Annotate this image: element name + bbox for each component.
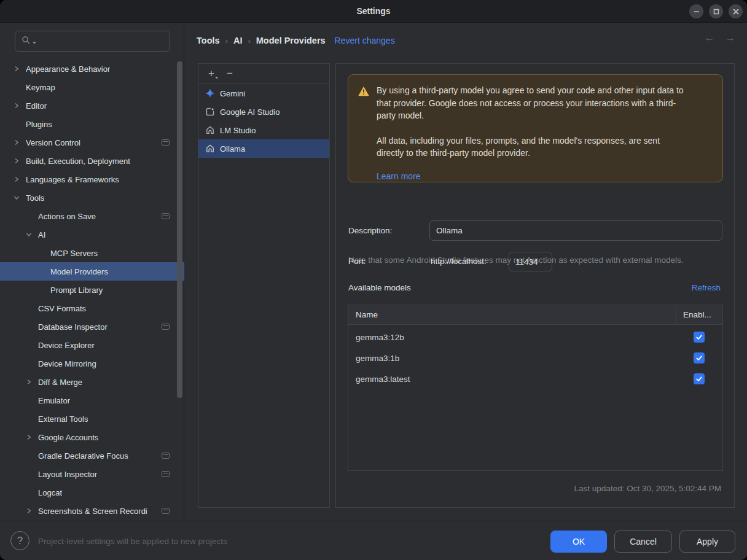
chevron-right-icon[interactable] [26,434,38,440]
models-table: Name Enabl... gemma3:12b gemma3:1b gemma… [348,305,723,471]
search-input[interactable] [38,36,170,47]
breadcrumb-model-providers[interactable]: Model Providers [256,36,326,45]
sidebar-item-layout-inspector[interactable]: Layout Inspector [0,465,184,483]
chevron-right-icon[interactable] [14,158,26,164]
breadcrumb-ai[interactable]: AI [233,36,243,45]
project-settings-badge-icon [162,139,170,146]
settings-window: Settings Appearance & Behavior Keymap Ed… [0,0,747,560]
project-settings-badge-icon [162,471,170,477]
search-field[interactable] [15,31,170,52]
home-icon [205,144,215,154]
sidebar-item-version-control[interactable]: Version Control [0,133,184,152]
table-row[interactable]: gemma3:12b [348,327,722,348]
remove-provider-button[interactable]: − [221,66,239,82]
third-party-warning-banner: By using a third-party model you agree t… [348,74,723,182]
sidebar-item-actions-on-save[interactable]: Actions on Save [0,207,184,225]
description-input[interactable] [429,220,722,241]
chevron-right-icon[interactable] [26,379,38,385]
table-row[interactable]: gemma3:latest [348,368,722,389]
sidebar-item-external-tools[interactable]: External Tools [0,410,184,428]
sidebar-item-logcat[interactable]: Logcat [0,483,184,502]
provider-item-ollama[interactable]: Ollama [198,139,329,158]
warning-icon [358,86,369,182]
project-settings-badge-icon [162,213,170,219]
provider-item-gemini[interactable]: Gemini [198,84,329,103]
sidebar-item-languages-frameworks[interactable]: Languages & Frameworks [0,170,184,189]
add-provider-button[interactable]: + [202,66,221,82]
sidebar-item-editor[interactable]: Editor [0,96,184,115]
ai-studio-icon [205,107,215,117]
model-name: gemma3:1b [348,354,676,363]
provider-item-google-ai-studio[interactable]: Google AI Studio [198,103,329,121]
close-button[interactable] [729,4,743,18]
apply-button[interactable]: Apply [679,531,735,553]
model-enabled-checkbox[interactable] [694,332,705,343]
chevron-right-icon[interactable] [26,508,38,514]
sidebar-item-ai[interactable]: AI [0,225,184,244]
sidebar-item-emulator[interactable]: Emulator [0,391,184,410]
sidebar-item-plugins[interactable]: Plugins [0,115,184,133]
project-settings-badge-icon [162,324,170,330]
search-options-caret-icon[interactable] [33,42,36,44]
ok-button[interactable]: OK [550,531,607,553]
model-enabled-checkbox[interactable] [694,352,705,364]
chevron-right-icon[interactable] [14,103,26,109]
learn-more-link[interactable]: Learn more [377,170,421,183]
cancel-button[interactable]: Cancel [614,531,672,553]
models-table-header: Name Enabl... [348,305,722,325]
column-header-enabled[interactable]: Enabl... [676,305,722,324]
breadcrumb: Tools › AI › Model Providers Revert chan… [197,23,395,58]
sidebar-scrollbar[interactable] [177,61,182,398]
forward-arrow-icon[interactable]: → [725,32,736,44]
footer-hint: Project-level settings will be applied t… [38,521,227,560]
last-updated-text: Last updated: Oct 30, 2025, 5:02:44 PM [574,484,721,493]
maximize-button[interactable] [709,4,723,18]
provider-item-lm-studio[interactable]: LM Studio [198,121,329,139]
warning-paragraph-2: All data, including your files, prompts,… [377,134,687,160]
chevron-down-icon[interactable] [14,195,26,201]
sidebar-item-device-mirroring[interactable]: Device Mirroring [0,354,184,373]
port-prefix: http://localhost: [431,257,487,266]
sidebar-item-mcp-servers[interactable]: MCP Servers [0,244,184,262]
sidebar-item-device-explorer[interactable]: Device Explorer [0,336,184,354]
plus-icon: + [208,68,214,80]
sidebar-item-tools[interactable]: Tools [0,189,184,207]
gemini-icon [205,88,215,98]
sidebar-item-build-execution-deployment[interactable]: Build, Execution, Deployment [0,152,184,170]
help-button[interactable]: ? [10,531,29,550]
revert-changes-link[interactable]: Revert changes [335,36,395,45]
sidebar-item-database-inspector[interactable]: Database Inspector [0,317,184,336]
model-name: gemma3:12b [348,333,676,342]
project-settings-badge-icon [162,508,170,514]
chevron-down-icon[interactable] [26,231,38,238]
sidebar-item-prompt-library[interactable]: Prompt Library [0,281,184,299]
sidebar-item-screenshots-screen-recording[interactable]: Screenshots & Screen Recordi [0,502,184,520]
chevron-right-icon[interactable] [14,66,26,72]
window-title: Settings [0,0,747,23]
titlebar: Settings [0,0,747,23]
sidebar-item-csv-formats[interactable]: CSV Formats [0,299,184,317]
back-arrow-icon[interactable]: ← [704,32,715,44]
provider-list-panel: + − Gemini Google AI Studio LM Studio Ol… [198,63,330,508]
refresh-link[interactable]: Refresh [692,283,721,292]
column-header-name[interactable]: Name [348,310,676,319]
dialog-footer: ? Project-level settings will be applied… [0,521,747,560]
sidebar-item-diff-merge[interactable]: Diff & Merge [0,373,184,391]
minimize-button[interactable] [689,4,703,18]
search-icon [22,36,31,47]
breadcrumb-tools[interactable]: Tools [197,36,220,45]
model-name: gemma3:latest [348,375,676,384]
chevron-right-icon[interactable] [14,139,26,146]
sidebar-item-google-accounts[interactable]: Google Accounts [0,428,184,446]
chevron-right-icon[interactable] [14,176,26,182]
breadcrumb-separator: › [242,36,256,45]
provider-label: LM Studio [220,126,256,135]
model-enabled-checkbox[interactable] [694,373,705,384]
warning-text: By using a third-party model you agree t… [377,84,687,182]
sidebar-item-model-providers[interactable]: Model Providers [0,262,184,281]
table-row[interactable]: gemma3:1b [348,348,722,368]
sidebar-item-keymap[interactable]: Keymap [0,78,184,96]
sidebar-item-appearance-behavior[interactable]: Appearance & Behavior [0,60,184,78]
port-input[interactable] [509,252,552,271]
sidebar-item-gradle-declarative-focus[interactable]: Gradle Declarative Focus [0,446,184,465]
